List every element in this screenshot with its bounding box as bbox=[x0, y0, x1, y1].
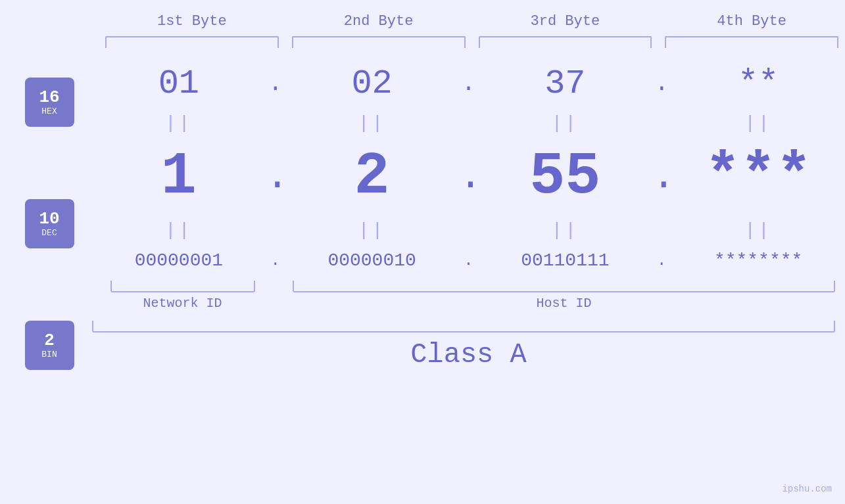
main-container: 1st Byte 2nd Byte 3rd Byte 4th Byte 16 H… bbox=[0, 0, 845, 504]
bin-dot2: . bbox=[459, 252, 479, 269]
dec-b3-cell: 55 bbox=[479, 143, 652, 210]
eq2-b1-sign: || bbox=[165, 220, 193, 241]
class-label-container: Class A bbox=[92, 339, 845, 371]
hex-b1: 01 bbox=[158, 64, 199, 103]
eq1-b2-sign: || bbox=[358, 113, 386, 133]
hex-b3: 37 bbox=[544, 64, 585, 103]
label-spacer bbox=[273, 296, 293, 311]
eq1-b2: || bbox=[285, 113, 459, 133]
hex-b4: ** bbox=[738, 64, 779, 103]
eq2-b4-sign: || bbox=[744, 220, 772, 241]
hex-b4-cell: ** bbox=[671, 64, 845, 103]
eq1-b1: || bbox=[92, 113, 266, 133]
hex-badge: 16 HEX bbox=[25, 78, 74, 127]
dec-value-row: 1 . 2 . 55 . *** bbox=[92, 137, 845, 217]
bin-b4-cell: ******** bbox=[671, 250, 845, 271]
byte1-label: 1st Byte bbox=[99, 13, 285, 30]
eq2-b2: || bbox=[285, 220, 459, 241]
bin-b3-cell: 00110111 bbox=[479, 250, 652, 271]
id-labels-container: Network ID Host ID bbox=[92, 296, 845, 311]
class-label: Class A bbox=[410, 339, 526, 371]
byte2-label: 2nd Byte bbox=[285, 13, 472, 30]
dec-b3: 55 bbox=[529, 143, 600, 210]
eq1-b3-sign: || bbox=[552, 113, 579, 133]
eq1-b3: || bbox=[479, 113, 652, 133]
hex-b1-cell: 01 bbox=[92, 64, 266, 103]
eq2-b2-sign: || bbox=[358, 220, 386, 241]
dec-dot2: . bbox=[459, 154, 479, 199]
hex-b3-cell: 37 bbox=[479, 64, 652, 103]
main-area: 16 HEX 10 DEC 2 BIN 01 . bbox=[0, 58, 845, 371]
network-id-label: Network ID bbox=[143, 296, 222, 311]
eq2-b4: || bbox=[671, 220, 845, 241]
badges-column: 16 HEX 10 DEC 2 BIN bbox=[7, 58, 92, 370]
bin-dot1: . bbox=[266, 252, 285, 269]
hex-dot1: . bbox=[266, 70, 285, 97]
bin-b2-cell: 00000010 bbox=[285, 250, 459, 271]
header-row: 1st Byte 2nd Byte 3rd Byte 4th Byte bbox=[0, 0, 845, 30]
dec-b1-cell: 1 bbox=[92, 143, 266, 210]
class-bracket-container bbox=[92, 321, 845, 332]
hex-badge-num: 16 bbox=[39, 88, 59, 107]
net-bracket-cell bbox=[92, 281, 273, 292]
class-bracket bbox=[92, 321, 835, 332]
dec-dot3: . bbox=[652, 154, 671, 199]
dec-badge: 10 DEC bbox=[25, 199, 74, 248]
bracket-3 bbox=[479, 36, 652, 48]
watermark: ipshu.com bbox=[782, 484, 832, 494]
bin-b1-cell: 00000001 bbox=[92, 250, 266, 271]
dec-b2: 2 bbox=[354, 143, 390, 210]
bin-dot3: . bbox=[652, 252, 671, 269]
bracket-spacer1 bbox=[273, 281, 293, 292]
hex-badge-label: HEX bbox=[41, 106, 57, 116]
hex-b2: 02 bbox=[351, 64, 392, 103]
dec-b1: 1 bbox=[161, 143, 197, 210]
dec-b2-cell: 2 bbox=[285, 143, 459, 210]
hex-b2-cell: 02 bbox=[285, 64, 459, 103]
values-grid: 01 . 02 . 37 . ** || bbox=[92, 58, 845, 371]
bin-badge-label: BIN bbox=[41, 350, 57, 359]
equals-row-2: || || || || bbox=[92, 217, 845, 244]
bin-b2: 00000010 bbox=[327, 250, 416, 271]
dec-b4-cell: *** bbox=[671, 143, 845, 210]
bracket-4 bbox=[665, 36, 838, 48]
eq2-b3-sign: || bbox=[552, 220, 579, 241]
hex-dot2: . bbox=[459, 70, 479, 97]
hex-value-row: 01 . 02 . 37 . ** bbox=[92, 58, 845, 110]
host-id-label-cell: Host ID bbox=[293, 296, 835, 311]
byte3-label: 3rd Byte bbox=[472, 13, 659, 30]
bracket-2 bbox=[292, 36, 466, 48]
dec-b4: *** bbox=[705, 143, 811, 210]
hex-dot3: . bbox=[652, 70, 671, 97]
eq2-b3: || bbox=[479, 220, 652, 241]
eq1-b4: || bbox=[671, 113, 845, 133]
bin-badge: 2 BIN bbox=[25, 321, 74, 370]
bin-b3: 00110111 bbox=[521, 250, 609, 271]
dec-badge-label: DEC bbox=[41, 228, 57, 238]
bracket-1 bbox=[105, 36, 279, 48]
dec-badge-num: 10 bbox=[39, 210, 59, 229]
bin-b4: ******** bbox=[714, 250, 802, 271]
byte4-label: 4th Byte bbox=[658, 13, 845, 30]
top-bracket-row bbox=[0, 36, 845, 48]
bin-b1: 00000001 bbox=[135, 250, 223, 271]
bottom-bracket-container bbox=[92, 281, 845, 292]
bin-badge-num: 2 bbox=[44, 331, 55, 350]
dec-dot1: . bbox=[266, 154, 285, 199]
host-bracket-cell bbox=[293, 281, 835, 292]
eq1-b4-sign: || bbox=[744, 113, 772, 133]
host-id-label: Host ID bbox=[536, 296, 591, 311]
eq2-b1: || bbox=[92, 220, 266, 241]
bin-value-row: 00000001 . 00000010 . 00110111 . *******… bbox=[92, 244, 845, 277]
eq1-b1-sign: || bbox=[165, 113, 193, 133]
equals-row-1: || || || || bbox=[92, 110, 845, 137]
host-id-bracket bbox=[293, 281, 835, 292]
net-id-bracket bbox=[110, 281, 255, 292]
network-id-label-cell: Network ID bbox=[92, 296, 273, 311]
